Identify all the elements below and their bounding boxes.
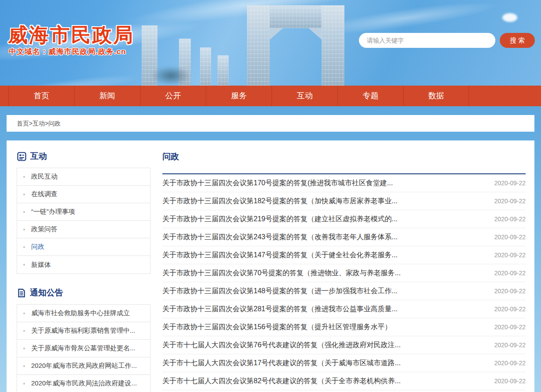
sidebar-item-zhengmin-hudong[interactable]: 政民互动 xyxy=(17,168,150,186)
bullet-icon xyxy=(23,229,25,230)
article-date: 2020-09-22 xyxy=(494,342,526,349)
sidebar-item-policy-qa[interactable]: 政策问答 xyxy=(17,221,150,238)
cloud-decor xyxy=(502,13,517,22)
monument-arch-right-column xyxy=(322,5,344,86)
article-row[interactable]: 关于市政协十三届四次会议第148号提案的答复（进一步加强我市社会工作... 20… xyxy=(162,282,526,300)
notice-item-label: 关于原威海市福利彩票销售管理中... xyxy=(31,327,136,335)
article-date: 2020-09-22 xyxy=(494,378,526,385)
notice-item[interactable]: 2020年威海市民政局政府网站工作... xyxy=(17,357,150,375)
bullet-icon xyxy=(23,365,25,367)
nav-item-service[interactable]: 服务 xyxy=(206,86,272,106)
sidebar-item-new-media[interactable]: 新媒体 xyxy=(17,256,150,273)
site-header: 威海市民政局 中文域名：威海市民政局.政务.cn 搜 索 xyxy=(0,0,541,86)
article-title[interactable]: 关于市政协十三届四次会议第182号提案的答复（加快威海市居家养老事业... xyxy=(162,197,398,206)
bullet-icon xyxy=(23,348,25,349)
bullet-icon xyxy=(23,211,25,213)
article-date: 2020-09-22 xyxy=(494,360,526,367)
article-title[interactable]: 关于市政协十三届四次会议第281号提案的答复（推进我市公益事业高质量... xyxy=(162,305,398,314)
article-title[interactable]: 关于市政协十三届四次会议第170号提案的答复(推进我市城市社区食堂建... xyxy=(162,179,393,188)
monument-arch-left-column xyxy=(247,5,270,86)
article-title[interactable]: 关于市十七届人大四次会议第76号代表建议的答复（强化推进政府对民政注... xyxy=(162,341,401,350)
sidebar-section-interact-heading: 互动 xyxy=(17,151,150,162)
main-panel: 问政 关于市政协十三届四次会议第170号提案的答复(推进我市城市社区食堂建...… xyxy=(162,140,526,390)
building-pillar xyxy=(200,47,211,86)
article-row[interactable]: 关于市政协十三届四次会议第243号提案的答复（改善我市老年人服务体系... 20… xyxy=(162,228,526,246)
site-logo-title: 威海市民政局 xyxy=(8,22,134,48)
sidebar-item-wenzheng[interactable]: 问政 xyxy=(17,238,150,256)
notice-item-label: 威海市社会救助服务中心挂牌成立 xyxy=(31,309,130,317)
bullet-icon xyxy=(23,246,25,248)
bullet-icon xyxy=(23,194,25,195)
notice-item[interactable]: 关于原威海市福利彩票销售管理中... xyxy=(17,322,150,340)
nav-item-special[interactable]: 专题 xyxy=(337,86,403,106)
notice-item[interactable]: 威海市社会救助服务中心挂牌成立 xyxy=(17,305,150,322)
trees-decor xyxy=(151,66,191,86)
article-date: 2020-09-22 xyxy=(494,324,526,331)
article-date: 2020-09-22 xyxy=(494,234,526,241)
content-container: 互动 政民互动 在线调查 “一链”办理事项 政策问答 问政 xyxy=(7,140,534,392)
article-row[interactable]: 关于市政协十三届四次会议第156号提案的答复（提升社区管理服务水平） 2020-… xyxy=(162,318,526,336)
notice-item-label: 2020年威海市民政局政府网站工作... xyxy=(31,362,137,370)
bullet-icon xyxy=(23,264,25,266)
notice-item[interactable]: 关于原威海市骨灰公墓管理处更名... xyxy=(17,340,150,357)
breadcrumb[interactable]: 首页>互动>问政 xyxy=(7,115,534,132)
form-grid-icon xyxy=(17,152,26,161)
article-title[interactable]: 关于市政协十三届四次会议第147号提案的答复（关于健全社会化养老服务... xyxy=(162,251,398,260)
search-input[interactable] xyxy=(359,33,495,48)
nav-item-open[interactable]: 公开 xyxy=(140,86,206,106)
article-date: 2020-09-22 xyxy=(494,252,526,259)
article-title[interactable]: 关于市政协十三届四次会议第148号提案的答复（进一步加强我市社会工作... xyxy=(162,287,398,296)
sidebar-item-label: 政策问答 xyxy=(31,225,57,234)
nav-item-interact[interactable]: 互动 xyxy=(272,86,337,106)
article-date: 2020-09-22 xyxy=(494,306,526,313)
article-row[interactable]: 关于市政协十三届四次会议第147号提案的答复（关于健全社会化养老服务... 20… xyxy=(162,246,526,264)
sidebar-item-label: “一链”办理事项 xyxy=(31,208,75,216)
article-row[interactable]: 关于市政协十三届四次会议第281号提案的答复（推进我市公益事业高质量... 20… xyxy=(162,300,526,318)
article-row[interactable]: 关于市政协十三届四次会议第182号提案的答复（加快威海市居家养老事业... 20… xyxy=(162,192,526,210)
nav-item-home[interactable]: 首页 xyxy=(8,86,74,106)
sidebar-section-title: 通知公告 xyxy=(30,287,63,298)
article-title[interactable]: 关于市政协十三届四次会议第70号提案的答复（推进物业、家政与养老服务... xyxy=(162,269,401,278)
sidebar-item-label: 问政 xyxy=(31,243,44,251)
notice-item-label: 2020年威海市民政局法治政府建设... xyxy=(31,379,137,388)
article-row[interactable]: 关于市政协十三届四次会议第219号提案的答复（建立社区虚拟养老模式的... 20… xyxy=(162,210,526,228)
sidebar: 互动 政民互动 在线调查 “一链”办理事项 政策问答 问政 xyxy=(17,140,150,392)
bullet-icon xyxy=(23,176,25,178)
search-button[interactable]: 搜 索 xyxy=(500,33,535,48)
nav-item-data[interactable]: 数据 xyxy=(403,86,469,106)
monument-arch-slant xyxy=(270,28,283,40)
sidebar-item-label: 新媒体 xyxy=(31,261,51,269)
sidebar-item-label: 在线调查 xyxy=(31,190,57,198)
nav-item-news[interactable]: 新闻 xyxy=(74,86,140,106)
notice-item-label: 关于原威海市骨灰公墓管理处更名... xyxy=(31,344,136,352)
article-date: 2020-09-22 xyxy=(494,198,526,205)
page-title: 问政 xyxy=(162,151,526,162)
building-pillar xyxy=(218,55,229,86)
article-row[interactable]: 关于市十七届人大四次会议第76号代表建议的答复（强化推进政府对民政注... 20… xyxy=(162,336,526,354)
article-title[interactable]: 关于市政协十三届四次会议第243号提案的答复（改善我市老年人服务体系... xyxy=(162,233,398,242)
article-row[interactable]: 关于市十七届人大四次会议第82号代表建议的答复（关于全市养老机构供养... 20… xyxy=(162,372,526,390)
document-icon xyxy=(17,288,26,298)
sidebar-interact-list: 政民互动 在线调查 “一链”办理事项 政策问答 问政 新媒体 xyxy=(17,168,150,274)
notice-item[interactable]: 2020年威海市民政局法治政府建设... xyxy=(17,375,150,392)
sidebar-section-title: 互动 xyxy=(30,151,47,162)
sidebar-notice-list: 威海市社会救助服务中心挂牌成立 关于原威海市福利彩票销售管理中... 关于原威海… xyxy=(17,304,150,392)
sidebar-item-label: 政民互动 xyxy=(31,173,57,181)
article-date: 2020-09-22 xyxy=(494,216,526,223)
article-date: 2020-09-22 xyxy=(494,288,526,295)
article-title[interactable]: 关于市十七届人大四次会议第17号代表建议的答复（关于威海市区城市道路... xyxy=(162,359,401,368)
site-domain-line: 中文域名：威海市民政局.政务.cn xyxy=(9,47,126,57)
sidebar-item-online-survey[interactable]: 在线调查 xyxy=(17,186,150,203)
sidebar-section-notice-heading: 通知公告 xyxy=(17,287,150,298)
sidebar-item-one-chain-matters[interactable]: “一链”办理事项 xyxy=(17,203,150,221)
article-row[interactable]: 关于市政协十三届四次会议第70号提案的答复（推进物业、家政与养老服务... 20… xyxy=(162,264,526,282)
monument-arch-slant xyxy=(308,28,322,40)
bullet-icon xyxy=(23,383,25,385)
bullet-icon xyxy=(23,313,25,314)
article-title[interactable]: 关于市政协十三届四次会议第156号提案的答复（提升社区管理服务水平） xyxy=(162,323,392,332)
article-row[interactable]: 关于市政协十三届四次会议第170号提案的答复(推进我市城市社区食堂建... 20… xyxy=(162,174,526,192)
article-title[interactable]: 关于市十七届人大四次会议第82号代表建议的答复（关于全市养老机构供养... xyxy=(162,377,401,386)
article-title[interactable]: 关于市政协十三届四次会议第219号提案的答复（建立社区虚拟养老模式的... xyxy=(162,215,398,224)
bullet-icon xyxy=(23,330,25,332)
article-row[interactable]: 关于市十七届人大四次会议第17号代表建议的答复（关于威海市区城市道路... 20… xyxy=(162,354,526,372)
